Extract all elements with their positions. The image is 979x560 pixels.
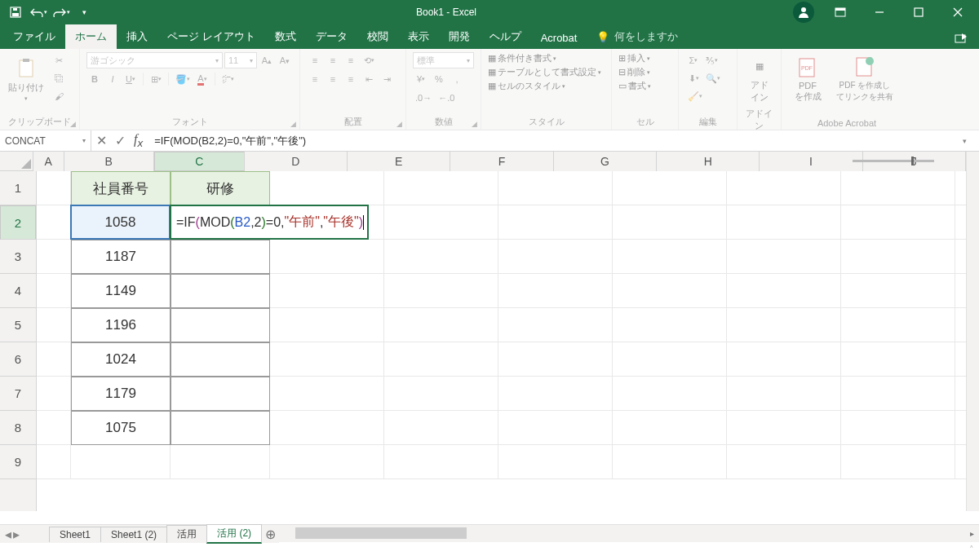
cell-F6[interactable] [498, 342, 613, 377]
cell-H1[interactable] [727, 171, 841, 205]
align-right-icon[interactable]: ≡ [343, 71, 359, 87]
addin-button[interactable]: ▦アド イン [744, 52, 774, 106]
column-header-G[interactable]: G [554, 152, 657, 171]
cell-A7[interactable] [37, 377, 71, 411]
cell-I6[interactable] [841, 342, 955, 377]
tab-developer[interactable]: 開発 [439, 24, 480, 49]
autosum-icon[interactable]: Σ▾ [685, 52, 702, 68]
font-name-select[interactable]: 游ゴシック▾ [86, 52, 223, 68]
cell-H8[interactable] [727, 411, 841, 445]
inc-decimal-icon[interactable]: .0→ [413, 90, 434, 106]
name-box[interactable]: CONCAT▾ [0, 130, 91, 151]
maximize-icon[interactable] [901, 0, 937, 24]
font-size-select[interactable]: 11▾ [224, 52, 257, 68]
cell-C5[interactable] [171, 308, 270, 342]
cell-D6[interactable] [270, 342, 384, 377]
dec-decimal-icon[interactable]: ←.0 [436, 90, 457, 106]
cell-B2-selected[interactable]: 1058 [70, 205, 171, 240]
pdf-share-button[interactable]: PDF を作成し てリンクを共有 [832, 52, 897, 106]
cell-B7[interactable]: 1179 [71, 377, 171, 411]
row-header-6[interactable]: 6 [0, 342, 36, 377]
cell-H3[interactable] [727, 240, 841, 274]
cell-A2[interactable] [37, 205, 71, 240]
cell-I3[interactable] [841, 240, 955, 274]
dialog-launcher-icon[interactable]: ◢ [396, 120, 402, 128]
cell-D3[interactable] [270, 240, 384, 274]
zoom-slider[interactable] [853, 160, 934, 162]
row-header-7[interactable]: 7 [0, 377, 36, 411]
cell-G5[interactable] [613, 308, 727, 342]
horizontal-scrollbar[interactable]: ◂▸ [295, 525, 979, 542]
add-sheet-icon[interactable]: ⊕ [261, 527, 279, 542]
cell-E8[interactable] [384, 411, 498, 445]
cell-F2[interactable] [498, 205, 613, 240]
save-icon[interactable] [7, 3, 24, 21]
row-header-1[interactable]: 1 [0, 171, 36, 205]
fill-color-icon[interactable]: 🪣▾ [173, 71, 193, 87]
cell-I5[interactable] [841, 308, 955, 342]
cell-I7[interactable] [841, 377, 955, 411]
cell-H6[interactable] [727, 342, 841, 377]
column-header-A[interactable]: A [33, 152, 64, 171]
cancel-formula-icon[interactable]: ✕ [96, 133, 107, 148]
clear-icon[interactable]: 🧹▾ [685, 88, 705, 104]
paste-button[interactable]: 貼り付け▾ [7, 52, 46, 106]
cell-F5[interactable] [498, 308, 613, 342]
cell-A1[interactable] [37, 171, 71, 205]
ribbon-display-icon[interactable] [822, 0, 858, 24]
tab-acrobat[interactable]: Acrobat [531, 27, 587, 49]
cell-F8[interactable] [498, 411, 613, 445]
cut-icon[interactable]: ✂ [51, 52, 67, 68]
redo-icon[interactable]: ▾ [52, 3, 70, 21]
tab-view[interactable]: 表示 [398, 24, 439, 49]
tab-home[interactable]: ホーム [65, 24, 117, 49]
column-header-E[interactable]: E [348, 152, 450, 171]
cell-C9[interactable] [171, 445, 270, 479]
find-icon[interactable]: 🔍▾ [703, 70, 723, 86]
cell-H4[interactable] [727, 274, 841, 308]
insert-cells-button[interactable]: ⊞挿入▾ [618, 52, 650, 64]
tab-help[interactable]: ヘルプ [480, 24, 531, 49]
cell-F3[interactable] [498, 240, 613, 274]
cell-C8[interactable] [171, 411, 270, 445]
expand-formula-icon[interactable]: ▾ [956, 137, 972, 145]
fill-icon[interactable]: ⬇▾ [685, 70, 702, 86]
row-header-4[interactable]: 4 [0, 274, 36, 308]
cell-E4[interactable] [384, 274, 498, 308]
format-as-table-button[interactable]: ▦テーブルとして書式設定▾ [488, 66, 601, 78]
increase-font-icon[interactable]: A▴ [259, 52, 275, 68]
cell-I9[interactable] [841, 445, 955, 479]
cell-B9[interactable] [71, 445, 171, 479]
cell-C3[interactable] [171, 240, 270, 274]
currency-icon[interactable]: ¥▾ [413, 71, 429, 87]
pdf-create-button[interactable]: PDFPDF を作成 [788, 52, 827, 106]
cell-A4[interactable] [37, 274, 71, 308]
dialog-launcher-icon[interactable]: ◢ [70, 120, 76, 128]
cell-G2[interactable] [613, 205, 727, 240]
sheet-tab-katsuyou[interactable]: 活用 [166, 525, 207, 543]
cell-C6[interactable] [171, 342, 270, 377]
column-header-F[interactable]: F [450, 152, 553, 171]
cell-D7[interactable] [270, 377, 384, 411]
italic-button[interactable]: I [104, 71, 121, 87]
border-icon[interactable]: ⊞▾ [148, 71, 164, 87]
minimize-icon[interactable] [862, 0, 897, 24]
cell-B5[interactable]: 1196 [71, 308, 171, 342]
cell-E1[interactable] [384, 171, 498, 205]
align-center-icon[interactable]: ≡ [325, 71, 341, 87]
cell-I1[interactable] [841, 171, 955, 205]
cell-G3[interactable] [613, 240, 727, 274]
cell-H7[interactable] [727, 377, 841, 411]
row-header-9[interactable]: 9 [0, 445, 36, 479]
tab-review[interactable]: 校閲 [357, 24, 398, 49]
delete-cells-button[interactable]: ⊟削除▾ [618, 66, 650, 78]
align-left-icon[interactable]: ≡ [307, 71, 323, 87]
tab-file[interactable]: ファイル [3, 24, 65, 49]
conditional-format-button[interactable]: ▦条件付き書式▾ [488, 52, 556, 64]
tell-me[interactable]: 💡何をしますか [587, 24, 688, 49]
cell-G4[interactable] [613, 274, 727, 308]
phonetic-icon[interactable]: ㌻▾ [219, 71, 237, 87]
sheet-tab-sheet1[interactable]: Sheet1 [49, 527, 101, 542]
bold-button[interactable]: B [86, 71, 103, 87]
sheet-nav-next-icon[interactable]: ▸ [13, 527, 20, 542]
